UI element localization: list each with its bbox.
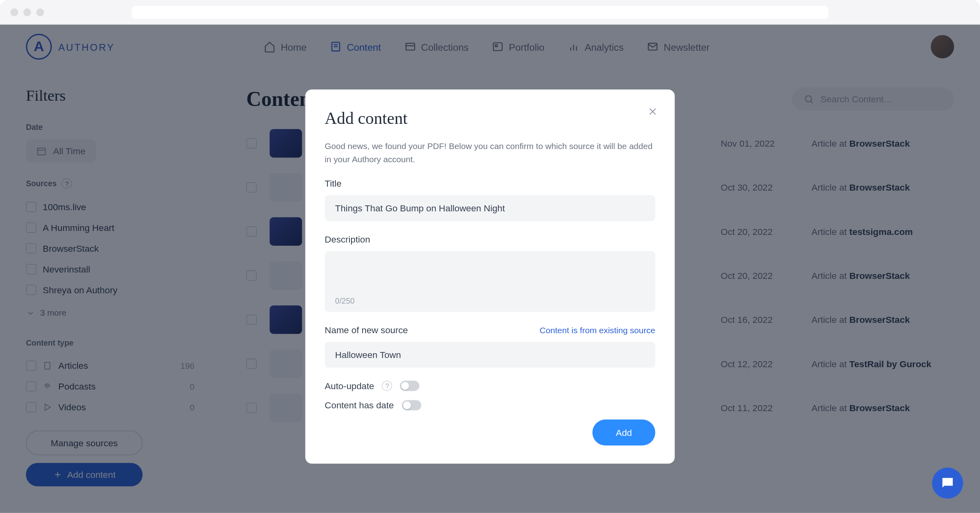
chat-icon: [940, 475, 955, 491]
modal-description: Good news, we found your PDF! Below you …: [325, 140, 655, 165]
browser-chrome: [0, 0, 980, 25]
source-label: Name of new source Content is from exist…: [325, 325, 655, 335]
has-date-toggle[interactable]: [402, 400, 421, 410]
source-input[interactable]: [325, 342, 655, 368]
help-icon[interactable]: ?: [382, 381, 392, 391]
modal-overlay: Add content Good news, we found your PDF…: [0, 25, 980, 513]
close-window-icon[interactable]: [10, 8, 18, 16]
has-date-row: Content has date: [325, 400, 655, 410]
close-button[interactable]: [645, 104, 661, 119]
modal-title: Add content: [325, 109, 655, 129]
description-label: Description: [325, 234, 655, 245]
char-count: 0/250: [335, 296, 355, 306]
existing-source-link[interactable]: Content is from existing source: [540, 325, 655, 335]
add-submit-button[interactable]: Add: [593, 420, 655, 445]
close-icon: [647, 106, 659, 117]
auto-update-toggle[interactable]: [400, 381, 420, 391]
chat-button[interactable]: [932, 467, 963, 499]
maximize-window-icon[interactable]: [36, 8, 44, 16]
traffic-lights: [10, 8, 44, 16]
title-input[interactable]: [325, 195, 655, 221]
title-label: Title: [325, 178, 655, 189]
url-bar[interactable]: [131, 6, 828, 18]
add-content-modal: Add content Good news, we found your PDF…: [305, 89, 674, 463]
description-input[interactable]: 0/250: [325, 251, 655, 312]
auto-update-row: Auto-update ?: [325, 381, 655, 391]
minimize-window-icon[interactable]: [23, 8, 31, 16]
